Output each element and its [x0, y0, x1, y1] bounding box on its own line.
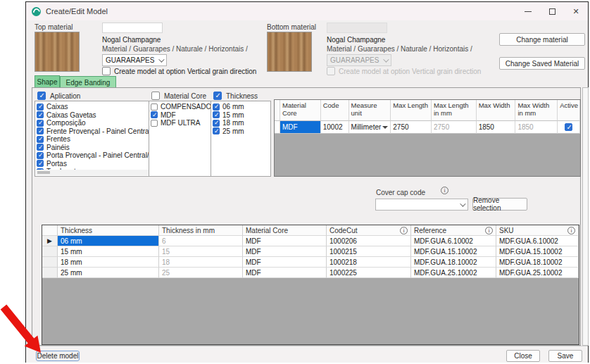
delete-model-button[interactable]: Delete model [36, 351, 80, 361]
list-item[interactable]: Caixas Gavetas [37, 111, 149, 120]
cell-reference[interactable]: MDF.GUA.6.10002 [411, 236, 496, 246]
panel-vertical-scrollbar[interactable] [582, 87, 589, 346]
cell-sku[interactable]: MDF.GUA.18.10002 [496, 257, 579, 268]
row-selector[interactable] [42, 268, 58, 278]
maximize-button[interactable] [540, 2, 564, 20]
checkbox[interactable] [37, 127, 44, 134]
checkbox[interactable] [151, 120, 158, 127]
cell-codecut[interactable]: 1000206 [327, 236, 411, 246]
list-item[interactable]: MDF [151, 111, 213, 120]
minimize-button[interactable] [516, 2, 540, 20]
bottom-bar: Delete model Close Save [26, 346, 588, 363]
close-dialog-button[interactable]: Close [506, 350, 540, 362]
list-item[interactable]: Porta Provençal - Painel Central/Traseir… [37, 151, 149, 160]
list-item[interactable]: Painéis [37, 144, 149, 152]
active-checkbox[interactable] [565, 123, 572, 131]
list-item[interactable]: Composição [37, 119, 149, 127]
scrollbar-thumb[interactable] [37, 171, 50, 174]
change-saved-material-button[interactable]: Change Saved Material [499, 57, 585, 70]
thickness-group-header[interactable]: Thickness [213, 92, 258, 100]
vertical-grain-checkbox[interactable] [102, 67, 111, 75]
table-row[interactable]: 15 mm 15 MDF 1000215 MDF.GUA.15.10002 MD… [42, 246, 579, 257]
checkbox[interactable] [151, 111, 158, 118]
checkbox[interactable] [213, 103, 220, 111]
cover-cap-code-select[interactable] [375, 199, 468, 211]
application-group-header[interactable]: Aplication [37, 92, 80, 100]
size-table-row[interactable]: MDF 10002 Millimeter 2750 2750 1850 1850 [275, 121, 580, 134]
title-bar[interactable]: Create/Edit Model ✕ [26, 2, 588, 20]
list-item[interactable]: MDF ULTRA [151, 119, 213, 127]
list-item[interactable]: Frente Provençal - Painel Central/Trasei… [37, 127, 149, 136]
cell-material-core[interactable]: MDF [243, 257, 327, 268]
table-row[interactable]: 18 mm 18 MDF 1000218 MDF.GUA.18.10002 MD… [42, 257, 579, 268]
cell-codecut[interactable]: 1000218 [327, 257, 411, 268]
cell-thickness[interactable]: 25 mm [58, 268, 159, 278]
application-listbox[interactable]: Caixas Caixas Gavetas Composição Frente … [34, 101, 150, 177]
cell-max-length[interactable]: 2750 [391, 121, 432, 134]
remove-selection-button[interactable]: Remove selection [472, 198, 527, 211]
cell-material-core[interactable]: MDF [243, 236, 327, 246]
application-checkbox[interactable] [37, 92, 46, 100]
checkbox[interactable] [37, 136, 44, 143]
checkbox[interactable] [213, 111, 220, 118]
checkbox[interactable] [37, 120, 44, 127]
tab-edge-banding[interactable]: Edge Banding [60, 76, 116, 88]
thickness-listbox[interactable]: 06 mm 15 mm 18 mm 25 mm [211, 101, 271, 177]
list-item[interactable]: COMPENSADO [151, 103, 213, 111]
cell-thickness-mm: 18 [159, 257, 243, 268]
list-item[interactable]: 15 mm [213, 111, 270, 120]
tab-shape[interactable]: Shape [34, 75, 60, 87]
checkbox[interactable] [37, 144, 44, 151]
cell-material-core[interactable]: MDF [243, 246, 327, 257]
list-item[interactable]: 25 mm [213, 127, 270, 136]
cell-codecut[interactable]: 1000215 [327, 246, 411, 257]
list-item[interactable]: 18 mm [213, 119, 270, 127]
top-grain-checkbox-row[interactable]: Create model at option Vertical grain di… [102, 67, 256, 75]
cell-measure-unit[interactable]: Millimeter [349, 121, 391, 134]
checkbox[interactable] [213, 120, 220, 127]
row-selector[interactable] [42, 257, 58, 268]
checkbox[interactable] [213, 127, 220, 134]
list-item[interactable]: Portas [37, 160, 149, 168]
change-material-button[interactable]: Change material [499, 33, 585, 46]
cell-material-core[interactable]: MDF [280, 121, 321, 134]
table-row[interactable]: 25 mm 25 MDF 1000225 MDF.GUA.25.10002 MD… [42, 268, 579, 278]
thickness-checkbox[interactable] [213, 92, 222, 100]
cell-reference[interactable]: MDF.GUA.25.10002 [411, 268, 496, 278]
col-max-length: Max Length [391, 100, 432, 121]
list-item[interactable]: Caixas [37, 103, 149, 111]
list-item[interactable]: 06 mm [213, 103, 270, 111]
row-selector[interactable]: ▶ [42, 236, 58, 246]
checkbox[interactable] [37, 111, 44, 118]
cell-sku[interactable]: MDF.GUA.6.10002 [496, 236, 579, 246]
cell-code[interactable]: 10002 [321, 121, 349, 134]
cell-active[interactable] [558, 121, 580, 134]
table-row[interactable]: ▶ 06 mm 6 MDF 1000206 MDF.GUA.6.10002 MD… [42, 236, 579, 246]
checkbox[interactable] [37, 103, 44, 111]
material-core-group-header[interactable]: Material Core [151, 92, 206, 100]
cell-sku[interactable]: MDF.GUA.15.10002 [496, 246, 579, 257]
material-core-listbox[interactable]: COMPENSADO MDF MDF ULTRA [149, 101, 213, 177]
close-button[interactable]: ✕ [564, 2, 588, 20]
cell-sku[interactable]: MDF.GUA.25.10002 [496, 268, 579, 278]
material-core-checkbox[interactable] [151, 92, 160, 100]
horizontal-scrollbar[interactable] [36, 170, 149, 175]
cell-thickness[interactable]: 15 mm [58, 246, 159, 257]
list-item[interactable]: Frentes [37, 135, 149, 144]
row-selector[interactable] [42, 246, 58, 257]
cell-thickness[interactable]: 06 mm [58, 236, 159, 246]
save-button[interactable]: Save [548, 350, 582, 362]
cell-material-core[interactable]: MDF [243, 268, 327, 278]
cell-reference[interactable]: MDF.GUA.18.10002 [411, 257, 496, 268]
cell-codecut[interactable]: 1000225 [327, 268, 411, 278]
dropdown-arrow-icon[interactable] [382, 126, 388, 129]
checkbox[interactable] [151, 103, 158, 111]
cell-reference[interactable]: MDF.GUA.15.10002 [411, 246, 496, 257]
cell-max-width[interactable]: 1850 [477, 121, 516, 134]
top-material-brand-select[interactable]: GUARARAPES [102, 54, 167, 66]
checkbox[interactable] [37, 160, 44, 167]
cell-thickness-mm: 15 [159, 246, 243, 257]
checkbox[interactable] [37, 152, 44, 159]
top-material-name-input[interactable] [102, 23, 163, 33]
cell-thickness[interactable]: 18 mm [58, 257, 159, 268]
